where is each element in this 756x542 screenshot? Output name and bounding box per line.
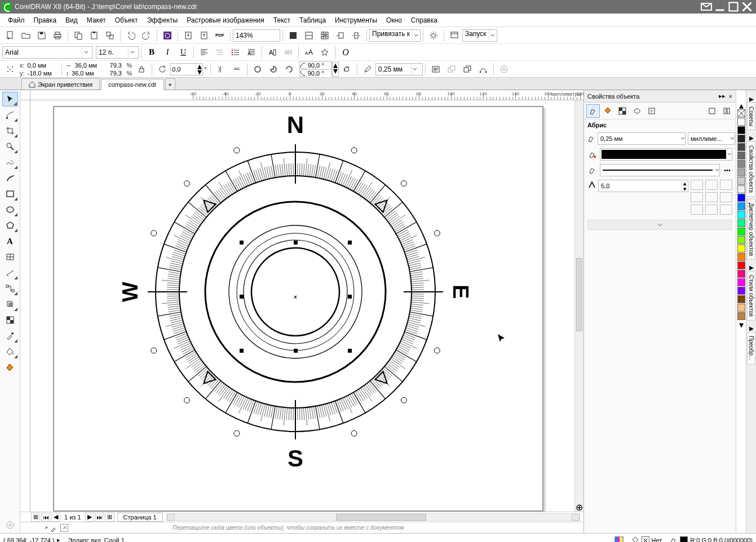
menu-layout[interactable]: Макет [82, 15, 110, 25]
handle-n[interactable] [294, 241, 298, 245]
copy-button[interactable] [71, 28, 86, 43]
tab-document[interactable]: compass-new.cdr [101, 79, 164, 90]
miter-limit-field[interactable]: ▴▾ [598, 180, 688, 192]
font-dropdown[interactable] [2, 46, 92, 59]
corner-miter[interactable] [691, 180, 703, 190]
swatch-9[interactable] [737, 194, 745, 202]
fullscreen-button[interactable] [286, 28, 300, 43]
options-button[interactable] [426, 28, 441, 43]
bullets-button[interactable] [213, 45, 227, 60]
font-value[interactable] [3, 47, 82, 58]
align-guides-button[interactable] [349, 28, 364, 43]
crop-tool[interactable] [2, 123, 18, 138]
swatch-19[interactable] [737, 278, 745, 286]
font-size-value[interactable] [96, 47, 128, 58]
snap-dropdown[interactable]: Привязать к [369, 29, 421, 42]
swatch-6[interactable] [737, 168, 745, 176]
height-field[interactable]: ↕ [64, 69, 107, 77]
mirror-h-button[interactable] [214, 62, 228, 77]
swatch-12[interactable] [737, 219, 745, 227]
scale-y-field[interactable]: % [109, 69, 134, 77]
pos-x-field[interactable]: x: [18, 61, 59, 69]
text-tool[interactable]: A [2, 234, 18, 248]
docker-tab-summary[interactable]: ? [645, 104, 658, 118]
transparency-tool[interactable] [2, 313, 18, 327]
cap-flat[interactable] [691, 192, 703, 202]
sidetab-object-manager[interactable]: Диспетчер объектов [747, 199, 755, 260]
export-button[interactable] [197, 28, 211, 43]
minimize-button[interactable] [713, 1, 727, 12]
dimension-tool[interactable] [2, 265, 18, 280]
save-button[interactable] [34, 28, 49, 43]
sidetab-hints[interactable]: Советы [747, 103, 755, 130]
page-next-button[interactable]: ▶ [85, 513, 94, 522]
pick-tool[interactable] [2, 92, 18, 106]
hscroll-thumb[interactable] [336, 514, 426, 521]
zoom-tool[interactable] [2, 139, 18, 154]
handle-ne[interactable] [348, 241, 352, 245]
favorites-button[interactable] [317, 45, 332, 60]
dynamic-guides-button[interactable] [333, 28, 348, 43]
new-button[interactable] [3, 28, 17, 43]
docker-expand-button[interactable] [587, 220, 732, 230]
page-tab-1[interactable]: Страница 1 [117, 513, 163, 522]
arc-spinner[interactable]: ▴▾ [332, 62, 339, 77]
outline-width-field[interactable] [598, 132, 686, 145]
ellipse-full-button[interactable] [250, 62, 265, 77]
mirror-v-button[interactable] [229, 62, 244, 77]
status-colormode-icon[interactable] [614, 536, 624, 543]
launch-icon[interactable] [447, 28, 462, 43]
quick-customize-tools[interactable] [2, 518, 18, 532]
docker-collapse-icon[interactable]: ▸▸ [719, 92, 726, 100]
swatch-18[interactable] [737, 270, 745, 278]
menu-bitmaps[interactable]: Растровые изображения [182, 15, 269, 25]
edit-text-button[interactable]: ab| [281, 45, 295, 60]
pos-inside[interactable] [720, 205, 732, 215]
page-first-button[interactable]: ⏮ [41, 513, 50, 522]
ruler-origin[interactable] [20, 90, 30, 100]
menu-window[interactable]: Окно [382, 15, 406, 25]
width-field[interactable]: ↔ [64, 61, 107, 69]
canvas[interactable]: N S E W [30, 100, 574, 512]
numbered-button[interactable] [228, 45, 243, 60]
outline-color-field[interactable] [600, 148, 732, 161]
swatch-1[interactable] [737, 126, 745, 134]
to-front-button[interactable] [444, 62, 459, 77]
swatch-21[interactable] [737, 295, 745, 303]
menu-file[interactable]: Файл [3, 15, 29, 25]
sidetab-object-properties[interactable]: Свойства объекта [747, 141, 755, 197]
ellipse-tool[interactable] [2, 202, 18, 217]
handle-sw[interactable] [240, 349, 244, 353]
pos-center[interactable] [705, 205, 718, 215]
fill-tool[interactable] [2, 344, 18, 359]
wrap-text-button[interactable] [428, 62, 443, 77]
swatch-20[interactable] [737, 287, 745, 295]
connector-tool[interactable] [2, 281, 18, 296]
bold-button[interactable]: B [144, 45, 159, 60]
outline-settings-button[interactable]: ••• [722, 165, 732, 175]
status-fill[interactable]: Нет [631, 536, 662, 543]
import-button[interactable] [181, 28, 196, 43]
swatch-4[interactable] [737, 152, 745, 159]
handle-s[interactable] [294, 349, 298, 353]
swatch-7[interactable] [737, 177, 745, 185]
menu-effects[interactable]: Эффекты [143, 15, 183, 25]
docker-tab-ellipse[interactable] [630, 104, 644, 118]
font-size-dropdown[interactable] [96, 46, 139, 59]
font-variation-button[interactable]: O [338, 45, 353, 60]
arc-start-field[interactable] [299, 61, 332, 69]
swatch-14[interactable] [737, 236, 745, 244]
page-prev-button[interactable]: ◀ [51, 513, 60, 522]
zoom-dropdown[interactable] [233, 29, 280, 42]
handle-w[interactable] [240, 295, 244, 299]
outline-width-dropdown[interactable] [375, 63, 423, 75]
swatch-8[interactable] [737, 185, 745, 193]
sidetab-transformations[interactable]: Преобр... [747, 332, 755, 365]
handle-nw[interactable] [240, 241, 244, 245]
guides-button[interactable] [317, 28, 332, 43]
swatch-0[interactable] [737, 118, 745, 126]
content-exchange-button[interactable] [160, 28, 175, 43]
sidetab-arrow3-icon[interactable]: ▸ [749, 262, 754, 271]
document-palette[interactable]: ▸ ✕ Перетащите сюда цвета (или объекты),… [20, 522, 583, 533]
swatch-none[interactable] [737, 109, 745, 117]
